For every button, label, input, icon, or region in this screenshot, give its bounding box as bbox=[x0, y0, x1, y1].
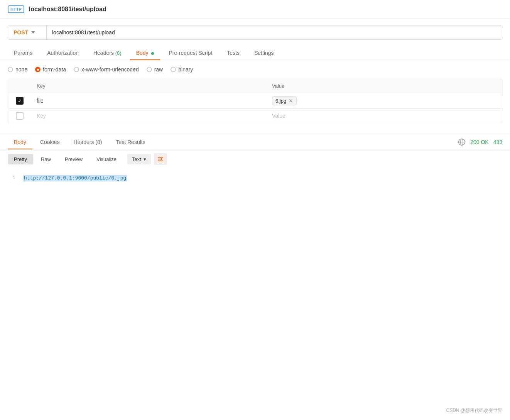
wrap-button[interactable] bbox=[154, 153, 167, 165]
response-section: Body Cookies Headers (8) Test Results 20… bbox=[0, 135, 510, 188]
url-input[interactable] bbox=[47, 25, 502, 39]
body-active-dot bbox=[151, 52, 154, 55]
tab-params[interactable]: Params bbox=[8, 46, 39, 60]
status-size: 433 bbox=[493, 139, 502, 145]
response-tabs-left: Body Cookies Headers (8) Test Results bbox=[8, 135, 152, 149]
col-value: Value bbox=[267, 79, 502, 93]
format-toolbar: Pretty Raw Preview Visualize Text ▾ bbox=[0, 149, 510, 169]
url-bar: POST bbox=[8, 25, 502, 40]
value-chip: 6.jpg ✕ bbox=[272, 96, 297, 105]
text-dropdown-label: Text bbox=[132, 156, 141, 162]
top-bar: HTTP localhost:8081/test/upload bbox=[0, 0, 510, 19]
col-key: Key bbox=[31, 79, 267, 93]
body-options: none form-data x-www-form-urlencoded raw… bbox=[0, 60, 510, 79]
tab-body[interactable]: Body bbox=[130, 46, 160, 60]
col-checkbox bbox=[8, 79, 31, 93]
tab-pre-request[interactable]: Pre-request Script bbox=[162, 46, 218, 60]
format-visualize-button[interactable]: Visualize bbox=[90, 154, 123, 164]
radio-circle-form-data bbox=[35, 67, 41, 72]
tab-authorization[interactable]: Authorization bbox=[41, 46, 85, 60]
format-pretty-button[interactable]: Pretty bbox=[8, 154, 33, 164]
radio-form-data[interactable]: form-data bbox=[35, 66, 66, 73]
radio-circle-binary bbox=[171, 67, 176, 72]
radio-circle-urlencoded bbox=[74, 67, 79, 72]
radio-circle-none bbox=[8, 67, 13, 72]
radio-binary[interactable]: binary bbox=[171, 66, 193, 73]
radio-circle-raw bbox=[147, 67, 152, 72]
headers-badge: (8) bbox=[115, 50, 122, 56]
value-chip-text: 6.jpg bbox=[275, 98, 286, 104]
response-tab-body[interactable]: Body bbox=[8, 135, 32, 149]
format-raw-button[interactable]: Raw bbox=[35, 154, 57, 164]
params-table: Key Value ✓ file 6.jpg ✕ Key Value bbox=[8, 79, 502, 123]
method-chevron-icon bbox=[31, 31, 35, 34]
tab-tests[interactable]: Tests bbox=[221, 46, 246, 60]
radio-urlencoded[interactable]: x-www-form-urlencoded bbox=[74, 66, 139, 73]
table-row: ✓ file 6.jpg ✕ bbox=[8, 93, 502, 109]
radio-raw[interactable]: raw bbox=[147, 66, 163, 73]
row2-key[interactable]: Key bbox=[31, 110, 267, 122]
row1-value[interactable]: 6.jpg ✕ bbox=[267, 93, 502, 108]
row2-value[interactable]: Value bbox=[267, 110, 502, 122]
row1-key[interactable]: file bbox=[31, 95, 267, 107]
checkbox-checked-icon: ✓ bbox=[16, 97, 24, 105]
text-dropdown[interactable]: Text ▾ bbox=[127, 154, 151, 164]
request-tabs: Params Authorization Headers (8) Body Pr… bbox=[0, 46, 510, 60]
response-body: 1 http://127.0.0.1:9000/public/6.jpg bbox=[0, 169, 510, 188]
response-tabs-right: 200 OK 433 bbox=[458, 138, 502, 146]
checkbox-unchecked-icon bbox=[16, 112, 24, 120]
request-url: localhost:8081/test/upload bbox=[29, 6, 106, 13]
line-number: 1 bbox=[8, 175, 15, 181]
value-chip-close-icon[interactable]: ✕ bbox=[289, 98, 293, 104]
response-link[interactable]: http://127.0.0.1:9000/public/6.jpg bbox=[23, 175, 127, 181]
format-preview-button[interactable]: Preview bbox=[59, 154, 89, 164]
http-badge: HTTP bbox=[8, 5, 24, 13]
response-tab-test-results[interactable]: Test Results bbox=[110, 135, 151, 149]
text-dropdown-chevron-icon: ▾ bbox=[144, 156, 146, 162]
row2-checkbox-cell[interactable] bbox=[8, 109, 31, 123]
globe-icon[interactable] bbox=[458, 138, 466, 146]
row1-checkbox-cell[interactable]: ✓ bbox=[8, 94, 31, 108]
tab-headers[interactable]: Headers (8) bbox=[87, 46, 128, 60]
status-ok: 200 OK bbox=[470, 139, 488, 145]
radio-none[interactable]: none bbox=[8, 66, 27, 73]
wrap-icon bbox=[157, 156, 164, 163]
response-tab-headers[interactable]: Headers (8) bbox=[68, 135, 108, 149]
table-row: Key Value bbox=[8, 109, 502, 123]
tab-settings[interactable]: Settings bbox=[248, 46, 280, 60]
response-line: 1 http://127.0.0.1:9000/public/6.jpg bbox=[8, 175, 502, 181]
response-tab-cookies[interactable]: Cookies bbox=[34, 135, 66, 149]
method-selector[interactable]: POST bbox=[8, 25, 47, 39]
table-header: Key Value bbox=[8, 79, 502, 93]
response-tabs-row: Body Cookies Headers (8) Test Results 20… bbox=[0, 135, 510, 149]
method-label: POST bbox=[14, 29, 28, 36]
